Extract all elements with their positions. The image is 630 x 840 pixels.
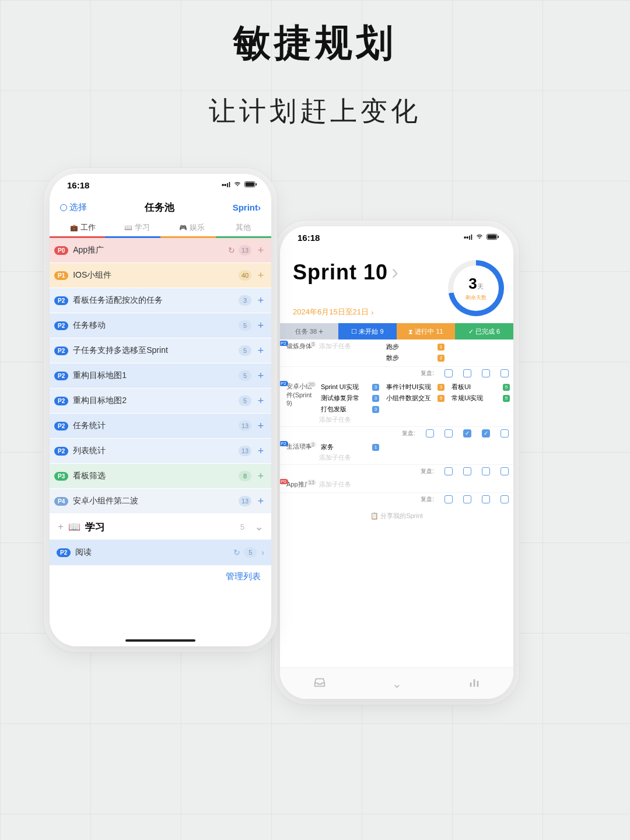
board-column[interactable] xyxy=(448,440,513,464)
sprint-date-link[interactable]: 2024年6月15日至21日 › xyxy=(293,307,399,317)
board-card[interactable]: Sprint UI实现3 xyxy=(319,382,381,392)
stat-not-started[interactable]: ☐ 未开始 9 xyxy=(338,323,397,340)
add-subtask-icon[interactable]: + xyxy=(256,320,265,332)
review-checkbox[interactable] xyxy=(501,429,509,438)
board-column[interactable]: 添加子任务 xyxy=(317,340,383,366)
task-row[interactable]: P2子任务支持多选移至Sprint5+ xyxy=(50,338,271,363)
task-row[interactable]: P2重构目标地图15+ xyxy=(50,363,271,388)
board-card[interactable]: 散步2 xyxy=(384,353,446,363)
add-subtask-icon[interactable]: + xyxy=(256,470,265,482)
board-card[interactable]: 跑步1 xyxy=(384,342,446,352)
section-study[interactable]: + 📖 学习 5 ⌄ xyxy=(50,514,271,540)
group-header[interactable]: P0App推广13 xyxy=(280,478,317,492)
add-subtask-icon[interactable]: + xyxy=(256,270,265,282)
chevron-down-icon[interactable]: ⌄ xyxy=(392,677,402,691)
tab-3[interactable]: 其他 xyxy=(233,222,251,236)
stat-in-progress[interactable]: ⧗ 进行中 11 xyxy=(397,323,455,340)
group-header[interactable]: P2安卓小组件(Sprint 9)20 xyxy=(280,380,317,426)
task-row[interactable]: P2看板任务适配按次的任务3+ xyxy=(50,288,271,313)
stat-tasks[interactable]: 任务 38 + xyxy=(280,323,338,340)
board-column[interactable]: 家务1添加子任务 xyxy=(317,440,383,464)
review-checkbox[interactable] xyxy=(501,495,509,503)
add-subtask-icon[interactable]: + xyxy=(256,295,265,307)
tab-label: 娱乐 xyxy=(190,222,205,233)
tab-icon: 📖 xyxy=(124,224,132,232)
review-checkbox[interactable] xyxy=(444,467,453,475)
board-card[interactable]: 打包发版3 xyxy=(319,404,381,414)
board-column[interactable] xyxy=(383,478,448,492)
board-card[interactable]: 家务1 xyxy=(319,442,381,452)
task-row[interactable]: P2列表统计13+ xyxy=(50,439,271,464)
review-checkbox[interactable] xyxy=(463,495,471,503)
board-column[interactable] xyxy=(383,440,448,464)
task-row[interactable]: P2任务移动5+ xyxy=(50,313,271,338)
add-subtask-ghost[interactable]: 添加子任务 xyxy=(319,453,381,462)
review-checkbox[interactable] xyxy=(444,495,453,503)
board-card[interactable]: 测试修复异常3 xyxy=(319,393,381,403)
nav-select-button[interactable]: 选择 xyxy=(60,202,87,213)
review-checkbox[interactable] xyxy=(426,429,434,438)
task-row[interactable]: P1IOS小组件40+ xyxy=(50,263,271,288)
sprint-title[interactable]: Sprint 10 › xyxy=(293,260,399,285)
board-card[interactable]: 常规Ui实现5 xyxy=(450,393,512,403)
task-row[interactable]: P2任务统计13+ xyxy=(50,414,271,439)
board-column[interactable]: Sprint UI实现3测试修复异常3打包发版3添加子任务 xyxy=(317,380,383,426)
board-column[interactable]: 事件计时UI实现3小组件数据交互5 xyxy=(383,380,448,426)
expand-icon[interactable]: + xyxy=(58,521,64,533)
share-sprint-link[interactable]: 📋 分享我的Sprint xyxy=(280,506,513,526)
sprint-title-text: Sprint 10 xyxy=(293,260,388,285)
nav-sprint-link[interactable]: Sprint › xyxy=(233,202,261,212)
add-subtask-icon[interactable]: + xyxy=(256,495,265,508)
manage-lists-link[interactable]: 管理列表 xyxy=(50,565,271,588)
stat-done[interactable]: ✓ 已完成 6 xyxy=(455,323,513,340)
task-read[interactable]: P2 阅读 ↻ 5 › xyxy=(50,540,271,565)
tab-1[interactable]: 📖学习 xyxy=(124,222,150,236)
task-name: 任务统计 xyxy=(73,421,239,431)
add-subtask-ghost[interactable]: 添加子任务 xyxy=(319,480,381,489)
review-checkbox[interactable] xyxy=(463,369,471,377)
board-card[interactable]: 看板UI5 xyxy=(450,382,512,392)
chevron-down-icon[interactable]: ⌄ xyxy=(255,521,263,533)
board-column[interactable]: 添加子任务 xyxy=(317,478,383,492)
tab-2[interactable]: 🎮娱乐 xyxy=(179,222,205,236)
board-column[interactable] xyxy=(448,478,513,492)
review-checkbox[interactable]: ✓ xyxy=(482,429,490,438)
add-subtask-ghost[interactable]: 添加子任务 xyxy=(319,342,381,351)
task-list[interactable]: P0App推广↻13+P1IOS小组件40+P2看板任务适配按次的任务3+P2任… xyxy=(50,238,271,514)
group-header[interactable]: P2生活琐事2 xyxy=(280,440,317,464)
chevron-right-icon[interactable]: › xyxy=(261,548,264,557)
chart-icon[interactable] xyxy=(468,676,481,691)
review-checkbox[interactable]: ✓ xyxy=(463,429,471,438)
group-header[interactable]: P2锻炼身体3 xyxy=(280,340,317,366)
add-subtask-icon[interactable]: + xyxy=(256,345,265,357)
add-subtask-icon[interactable]: + xyxy=(256,370,265,382)
hero-title: 敏捷规划 xyxy=(0,18,630,68)
review-checkbox[interactable] xyxy=(501,369,509,377)
add-subtask-ghost[interactable]: 添加子任务 xyxy=(319,415,381,424)
review-checkbox[interactable] xyxy=(482,467,490,475)
task-row[interactable]: P4安卓小组件第二波13+ xyxy=(50,489,271,514)
review-checkbox[interactable] xyxy=(482,495,490,503)
sprint-board[interactable]: P2锻炼身体3添加子任务跑步1散步2复盘:P2安卓小组件(Sprint 9)20… xyxy=(280,340,513,506)
review-checkbox[interactable] xyxy=(463,467,471,475)
inbox-icon[interactable] xyxy=(313,676,326,691)
svg-rect-1 xyxy=(246,182,254,186)
review-checkbox[interactable] xyxy=(444,369,453,377)
task-row[interactable]: P0App推广↻13+ xyxy=(50,238,271,263)
review-checkbox[interactable] xyxy=(444,429,453,438)
tab-0[interactable]: 💼工作 xyxy=(70,222,96,236)
board-column[interactable]: 跑步1散步2 xyxy=(383,340,448,366)
add-subtask-icon[interactable]: + xyxy=(256,420,265,432)
add-subtask-icon[interactable]: + xyxy=(256,244,265,257)
board-card[interactable]: 小组件数据交互5 xyxy=(384,393,446,403)
add-subtask-icon[interactable]: + xyxy=(256,395,265,407)
task-count: 5 xyxy=(239,370,251,381)
review-checkbox[interactable] xyxy=(482,369,490,377)
task-row[interactable]: P3看板筛选8+ xyxy=(50,464,271,489)
board-column[interactable]: 看板UI5常规Ui实现5 xyxy=(448,380,513,426)
add-subtask-icon[interactable]: + xyxy=(256,445,265,457)
board-column[interactable] xyxy=(448,340,513,366)
review-checkbox[interactable] xyxy=(501,467,509,475)
board-card[interactable]: 事件计时UI实现3 xyxy=(384,382,446,392)
task-row[interactable]: P2重构目标地图25+ xyxy=(50,388,271,414)
